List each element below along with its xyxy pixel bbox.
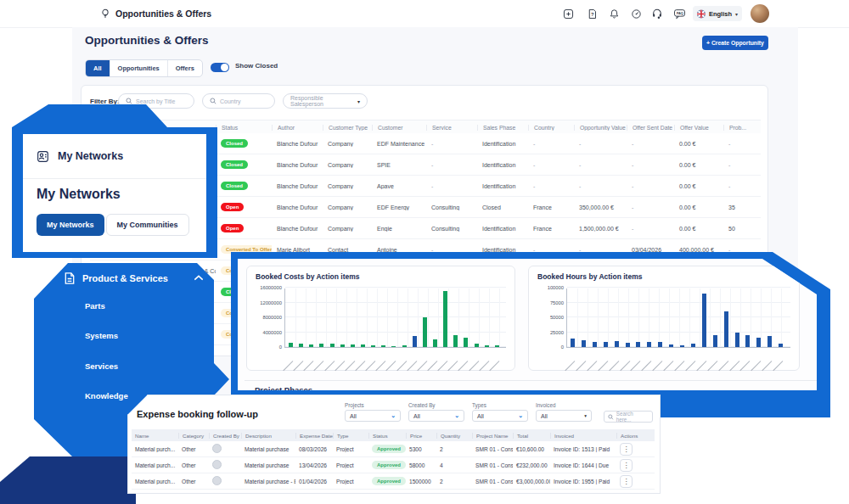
column-header[interactable]: Country	[528, 125, 574, 131]
show-closed-toggle[interactable]	[211, 63, 229, 72]
filter-dropdown[interactable]: All⌄	[408, 410, 464, 422]
column-header[interactable]: Author	[272, 125, 323, 131]
status-badge: Open	[221, 203, 244, 211]
menu-item-systems[interactable]: Systems	[85, 331, 118, 340]
table-row[interactable]: Material purch...OtherMaterial purchase0…	[132, 441, 655, 457]
filter-dropdown[interactable]: All⌄	[345, 410, 401, 422]
row-actions-button[interactable]: ⋮	[620, 443, 633, 456]
x-tick-label	[707, 361, 717, 371]
expense-search-input[interactable]: Search here...	[604, 411, 653, 423]
chevron-down-icon: ⌄	[391, 412, 396, 419]
column-header[interactable]: Offer Value	[674, 125, 723, 131]
menu-item-parts[interactable]: Parts	[85, 301, 105, 311]
column-header[interactable]: Status	[216, 125, 272, 131]
column-header[interactable]: Customer Type	[323, 125, 372, 131]
row-actions-button[interactable]: ⋮	[620, 459, 633, 472]
x-tick-label	[609, 361, 619, 371]
x-tick-label	[674, 361, 684, 371]
table-cell: Blanche Dufour	[272, 162, 323, 168]
column-header[interactable]: Status	[368, 433, 406, 439]
filter-value: All	[350, 413, 357, 419]
gridline	[781, 288, 782, 347]
x-tick-label	[304, 361, 314, 371]
table-cell: Blanche Dufour	[272, 141, 323, 147]
column-header[interactable]: Project Name	[472, 433, 513, 439]
column-header[interactable]: Invoiced	[550, 433, 616, 439]
filter-label: Invoiced	[536, 402, 595, 408]
segment-offers[interactable]: Offers	[167, 60, 202, 76]
menu-item-services[interactable]: Services	[85, 361, 118, 371]
column-header[interactable]: Opportunity Value	[574, 125, 627, 131]
menu-item-knowledge[interactable]: Knowledge	[85, 391, 128, 400]
column-header[interactable]: Price	[406, 433, 436, 439]
column-header[interactable]: Expense Date	[295, 433, 333, 439]
creator-avatar	[212, 476, 222, 485]
table-cell: -	[627, 183, 674, 189]
user-avatar[interactable]	[751, 4, 769, 23]
table-cell: -	[574, 183, 627, 189]
gridline	[489, 288, 490, 347]
headset-icon[interactable]	[649, 6, 665, 21]
filter-label: Projects	[345, 402, 404, 408]
y-tick-label: 16000000	[251, 285, 282, 290]
chevron-up-icon[interactable]	[194, 275, 204, 281]
product-services-title[interactable]: Product & Services	[82, 273, 168, 283]
table-cell: -	[627, 226, 674, 232]
gridline	[316, 288, 317, 347]
status-badge: Open	[221, 224, 244, 232]
filter-dropdown[interactable]: All⌄	[472, 410, 528, 422]
chevron-down-icon: ▾	[735, 11, 738, 17]
chart-bar	[464, 338, 468, 347]
table-cell: Apave	[372, 183, 426, 189]
column-header[interactable]: Category	[178, 433, 209, 439]
segment-opportunities[interactable]: Opportunities	[110, 60, 167, 76]
gridline	[669, 288, 670, 347]
table-cell: -	[528, 162, 574, 168]
x-tick-label	[587, 361, 597, 371]
table-cell: Other	[178, 446, 209, 452]
segment-all[interactable]: All	[86, 60, 110, 76]
filter-value: All	[477, 413, 484, 419]
tab-my-networks[interactable]: My Networks	[37, 214, 104, 236]
column-header[interactable]: Sales Phase	[477, 125, 528, 131]
column-header[interactable]: Description	[241, 433, 295, 439]
bell-icon[interactable]	[606, 6, 621, 21]
filter-dropdown[interactable]: All▾	[536, 410, 592, 422]
search-icon	[210, 98, 216, 104]
chart-bar	[647, 342, 651, 347]
add-icon[interactable]	[560, 6, 576, 21]
column-header[interactable]: Created By	[209, 433, 241, 439]
column-header[interactable]: Customer	[372, 125, 426, 131]
table-cell: Approved	[368, 477, 406, 485]
gauge-icon[interactable]	[628, 6, 644, 21]
create-opportunity-button[interactable]: + Create Opportunity	[702, 36, 768, 50]
table-cell: Company	[323, 226, 372, 232]
table-cell: -	[426, 141, 477, 147]
table-row[interactable]: Material purch...OtherMaterial purchase1…	[132, 457, 655, 473]
gridline	[710, 288, 711, 347]
gridline	[618, 288, 619, 347]
salesperson-select[interactable]: Responsible Salesperson ▾	[283, 93, 368, 109]
column-header[interactable]: Name	[132, 433, 178, 439]
help-document-icon[interactable]: ?	[584, 6, 599, 21]
svg-text:?: ?	[591, 12, 594, 17]
filter-label: Created By	[408, 402, 468, 408]
chart-bar	[626, 343, 630, 347]
faq-chat-icon[interactable]: FAQ	[672, 6, 687, 21]
table-row[interactable]: Material purch...OtherMaterial purchase …	[132, 473, 655, 490]
column-header[interactable]: Type	[333, 433, 368, 439]
column-header[interactable]: Actions	[616, 433, 642, 439]
country-input[interactable]: Country	[202, 93, 275, 109]
status-badge: Closed	[221, 139, 248, 148]
column-header[interactable]: Service	[426, 125, 477, 131]
column-header[interactable]: Prob...	[723, 125, 752, 131]
gridline	[730, 288, 731, 347]
table-cell: Engie	[372, 226, 426, 232]
language-selector[interactable]: English ▾	[693, 6, 742, 21]
column-header[interactable]: Total	[513, 433, 550, 439]
charts-panel: Booked Costs by Action items 04000000800…	[238, 259, 817, 390]
column-header[interactable]: Quantity	[436, 433, 472, 439]
column-header[interactable]: Offer Sent Date	[627, 125, 674, 131]
tab-my-communities[interactable]: My Communities	[106, 214, 189, 236]
row-actions-button[interactable]: ⋮	[620, 475, 633, 488]
